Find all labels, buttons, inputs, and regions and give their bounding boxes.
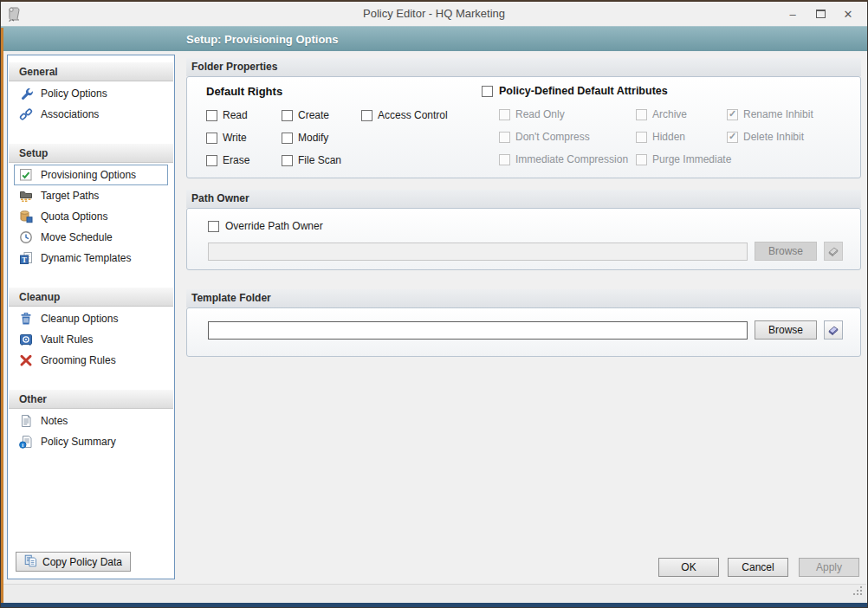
sidebar-item-cleanup-options[interactable]: Cleanup Options — [14, 308, 168, 329]
svg-text:i: i — [22, 442, 23, 448]
sidebar-item-label: Target Paths — [41, 190, 99, 202]
sidebar-item-move-schedule[interactable]: Move Schedule — [14, 227, 168, 248]
path-owner-clear-button — [824, 242, 843, 261]
sidebar-item-label: Policy Options — [41, 87, 107, 100]
sidebar-item-label: Quota Options — [41, 210, 107, 223]
chain-link-icon — [19, 107, 33, 121]
note-icon — [19, 414, 33, 428]
checkbox-label: File Scan — [298, 154, 341, 166]
default-rights-block: Default Rights Read Create Access Contro… — [206, 85, 448, 166]
policy-editor-window: Policy Editor - HQ Marketing – ✕ Setup: … — [0, 0, 868, 608]
template-icon: T — [19, 251, 33, 265]
checkbox-label: Purge Immediate — [652, 153, 731, 165]
eraser-icon — [827, 245, 839, 257]
sidebar-item-associations[interactable]: Associations — [14, 104, 168, 125]
checkbox-label: Don't Compress — [515, 131, 590, 143]
resize-grip-icon[interactable] — [852, 585, 864, 600]
checkbox-policy-defined-default-attributes[interactable] — [482, 86, 493, 97]
copy-icon — [24, 554, 37, 570]
window-title: Policy Editor - HQ Marketing — [1, 2, 867, 26]
folder-icon — [19, 189, 33, 203]
checkbox-archive — [636, 109, 647, 120]
checkbox-label: Access Control — [378, 109, 448, 121]
checkbox-rename-inhibit: ✓ — [727, 109, 738, 120]
green-check-icon — [19, 168, 33, 182]
path-owner-group: Path Owner Override Path Owner Browse — [186, 190, 861, 270]
sidebar-item-label: Vault Rules — [41, 333, 93, 346]
default-rights-title: Default Rights — [206, 85, 448, 98]
sidebar-item-quota-options[interactable]: Quota Options — [14, 206, 168, 227]
minimize-icon: – — [789, 8, 795, 21]
sidebar-section-general: General Policy Options — [8, 62, 174, 125]
sidebar: General Policy Options — [7, 55, 175, 579]
template-folder-browse-button[interactable]: Browse — [755, 320, 817, 340]
checkbox-erase[interactable] — [206, 155, 217, 166]
sidebar-section-cleanup: Cleanup Cleanup Options Vault Rules — [8, 288, 174, 371]
svg-text:T: T — [22, 255, 27, 264]
checkbox-label: Erase — [223, 154, 249, 166]
sidebar-item-notes[interactable]: Notes — [14, 411, 168, 431]
wrench-icon — [19, 87, 33, 100]
policy-defined-attributes-block: Policy-Defined Default Attributes Read O… — [482, 85, 813, 165]
sidebar-item-label: Cleanup Options — [41, 313, 118, 325]
sidebar-section-other: Other Notes i Policy Summary — [8, 390, 174, 452]
checkbox-immediate-compression — [499, 154, 510, 165]
sidebar-section-setup: Setup Provisioning Options Target Paths — [8, 144, 174, 268]
copy-policy-data-button[interactable]: Copy Policy Data — [16, 552, 131, 572]
checkbox-delete-inhibit: ✓ — [727, 132, 738, 143]
close-button[interactable]: ✕ — [834, 2, 862, 26]
section-header-cleanup: Cleanup — [9, 288, 173, 307]
sidebar-item-dynamic-templates[interactable]: T Dynamic Templates — [14, 248, 168, 268]
checkbox-modify[interactable] — [282, 133, 293, 144]
copy-policy-data-label: Copy Policy Data — [42, 556, 122, 568]
checkbox-read[interactable] — [206, 110, 217, 121]
sidebar-item-label: Move Schedule — [41, 231, 113, 243]
minimize-button[interactable]: – — [779, 2, 806, 26]
vault-icon — [19, 333, 33, 346]
sidebar-item-label: Grooming Rules — [41, 354, 116, 366]
title-bar: Policy Editor - HQ Marketing – ✕ — [1, 2, 867, 26]
checkbox-label: Write — [223, 132, 247, 144]
eraser-icon — [827, 324, 839, 336]
folder-properties-header: Folder Properties — [186, 58, 861, 76]
content-area: Folder Properties Default Rights Read Cr… — [179, 53, 865, 584]
sidebar-item-policy-options[interactable]: Policy Options — [14, 83, 168, 104]
checkbox-access-control[interactable] — [361, 110, 372, 121]
window-controls: – ✕ — [779, 2, 862, 26]
path-owner-header: Path Owner — [186, 190, 861, 208]
template-folder-input[interactable] — [208, 321, 748, 340]
checkbox-dont-compress — [499, 132, 510, 143]
trash-icon — [19, 312, 33, 326]
sidebar-item-target-paths[interactable]: Target Paths — [14, 185, 168, 206]
sidebar-item-provisioning-options[interactable]: Provisioning Options — [14, 165, 168, 185]
override-path-owner-label: Override Path Owner — [225, 220, 323, 232]
dialog-body: General Policy Options — [2, 53, 866, 603]
template-folder-clear-button[interactable] — [824, 320, 843, 340]
template-folder-header: Template Folder — [186, 289, 861, 307]
checkbox-file-scan[interactable] — [282, 155, 293, 166]
ok-button[interactable]: OK — [658, 558, 719, 577]
cancel-button[interactable]: Cancel — [728, 558, 788, 577]
sidebar-item-vault-rules[interactable]: Vault Rules — [14, 329, 168, 350]
check-icon: ✓ — [729, 132, 736, 141]
sidebar-item-grooming-rules[interactable]: Grooming Rules — [14, 350, 168, 371]
sidebar-item-policy-summary[interactable]: i Policy Summary — [14, 431, 168, 452]
database-icon — [19, 210, 33, 223]
template-folder-group: Template Folder Browse — [186, 289, 861, 357]
sidebar-item-label: Notes — [41, 415, 68, 427]
checkbox-override-path-owner[interactable] — [208, 221, 219, 232]
red-x-icon — [19, 353, 33, 367]
section-header-general: General — [9, 62, 173, 81]
checkbox-label: Read — [223, 109, 248, 121]
checkbox-create[interactable] — [282, 110, 293, 121]
checkbox-label: Rename Inhibit — [743, 108, 813, 120]
checkbox-hidden — [636, 132, 647, 143]
checkbox-write[interactable] — [206, 133, 217, 144]
status-bar — [2, 584, 866, 603]
path-owner-browse-button: Browse — [755, 242, 817, 261]
window-left-accent — [1, 28, 3, 603]
maximize-button[interactable] — [806, 2, 834, 26]
checkbox-label: Read Only — [515, 108, 565, 120]
checkbox-label: Delete Inhibit — [743, 131, 804, 143]
checkbox-label: Archive — [652, 108, 687, 120]
